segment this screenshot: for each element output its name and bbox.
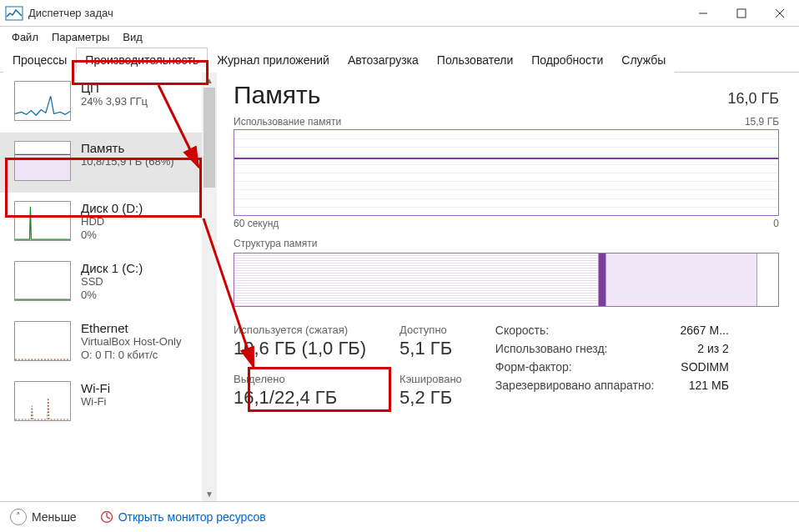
window-title: Диспетчер задач	[28, 7, 684, 19]
detail-total: 16,0 ГБ	[727, 90, 779, 108]
struct-seg-free	[757, 253, 778, 306]
sidebar-scrollbar[interactable]: ▲ ▼	[202, 73, 217, 501]
sidebar-item-cpu[interactable]: ЦП 24% 3,93 ГГц	[0, 73, 202, 133]
sidebar-item-sub2: 0%	[81, 289, 143, 302]
menubar: Файл Параметры Вид	[0, 27, 799, 47]
kv-list: Скорость: 2667 М... Использовано гнезд: …	[495, 324, 729, 409]
stat-used: Используется (сжатая) 10,6 ГБ (1,0 ГБ)	[234, 324, 366, 359]
struct-seg-used	[234, 253, 599, 306]
kv-speed: Скорость: 2667 М...	[495, 324, 729, 337]
struct-seg-modified	[599, 253, 606, 306]
close-button[interactable]	[761, 0, 799, 27]
tab-processes[interactable]: Процессы	[3, 48, 76, 73]
tab-startup[interactable]: Автозагрузка	[339, 48, 428, 73]
usage-label-right: 15,9 ГБ	[745, 116, 779, 128]
stat-available-label: Доступно	[400, 324, 462, 336]
detail-panel: Память 16,0 ГБ Использование памяти 15,9…	[217, 73, 799, 501]
wifi-thumb	[14, 381, 71, 421]
struct-seg-standby	[606, 253, 758, 306]
tab-users[interactable]: Пользователи	[428, 48, 522, 73]
maximize-button[interactable]	[722, 0, 761, 27]
usage-line	[234, 158, 778, 159]
usage-chart	[234, 129, 779, 216]
fewer-details-button[interactable]: ˄ Меньше	[10, 509, 77, 525]
stat-committed-label: Выделено	[234, 373, 366, 385]
stat-available: Доступно 5,1 ГБ	[400, 324, 462, 359]
tab-performance[interactable]: Производительность	[76, 48, 208, 73]
detail-title: Память	[234, 81, 321, 109]
cpu-thumb	[14, 81, 71, 121]
stat-cached-label: Кэшировано	[400, 373, 462, 385]
app-icon	[5, 4, 23, 23]
axis-left: 60 секунд	[234, 218, 279, 229]
sidebar-item-memory[interactable]: Память 10,8/15,9 ГБ (68%)	[0, 133, 202, 193]
sidebar-item-label: Диск 0 (D:)	[81, 201, 143, 215]
svg-rect-5	[15, 154, 70, 180]
stat-cached: Кэшировано 5,2 ГБ	[400, 373, 462, 409]
sidebar-item-sub2: О: 0 П: 0 кбит/с	[81, 349, 181, 362]
scroll-down-arrow[interactable]: ▼	[202, 486, 217, 501]
sidebar-item-sub: VirtualBox Host-Only	[81, 335, 181, 349]
stat-committed-value: 16,1/22,4 ГБ	[234, 387, 366, 409]
disk0-thumb	[14, 201, 71, 241]
titlebar: Диспетчер задач	[0, 0, 799, 27]
stat-cached-value: 5,2 ГБ	[400, 387, 462, 409]
sidebar-item-disk-0[interactable]: Диск 0 (D:) HDD 0%	[0, 193, 202, 253]
sidebar-item-sub: 24% 3,93 ГГц	[81, 95, 148, 108]
menu-options[interactable]: Параметры	[45, 29, 116, 45]
footer: ˄ Меньше Открыть монитор ресурсов	[0, 501, 799, 531]
memory-thumb	[14, 141, 71, 181]
sidebar-item-sub: Wi-Fi	[81, 395, 110, 409]
sidebar-item-label: ЦП	[81, 81, 148, 95]
tab-services[interactable]: Службы	[612, 48, 675, 73]
disk1-thumb	[14, 261, 71, 301]
struct-label: Структура памяти	[234, 238, 779, 249]
stat-used-label: Используется (сжатая)	[234, 324, 366, 336]
sidebar-item-sub: HDD	[81, 215, 143, 228]
stats: Используется (сжатая) 10,6 ГБ (1,0 ГБ) В…	[234, 324, 779, 409]
sidebar-item-label: Диск 1 (C:)	[81, 261, 143, 275]
kv-reserved: Зарезервировано аппаратно: 121 МБ	[495, 379, 729, 392]
scroll-thumb[interactable]	[204, 88, 215, 188]
sidebar: ЦП 24% 3,93 ГГц Память 10,8/15,9 ГБ (68%…	[0, 73, 217, 501]
sidebar-item-wifi[interactable]: Wi-Fi Wi-Fi	[0, 373, 202, 433]
scroll-up-arrow[interactable]: ▲	[202, 73, 217, 88]
svg-rect-2	[737, 9, 746, 18]
kv-form: Форм-фактор: SODIMM	[495, 360, 729, 374]
tab-details[interactable]: Подробности	[522, 48, 612, 73]
ethernet-thumb	[14, 321, 71, 361]
struct-chart	[234, 253, 779, 307]
sidebar-item-ethernet[interactable]: Ethernet VirtualBox Host-Only О: 0 П: 0 …	[0, 313, 202, 373]
svg-line-11	[107, 517, 110, 519]
open-resource-monitor-label: Открыть монитор ресурсов	[118, 510, 266, 524]
sidebar-item-sub: SSD	[81, 275, 143, 289]
sidebar-item-sub: 10,8/15,9 ГБ (68%)	[81, 155, 174, 168]
usage-label-left: Использование памяти	[234, 116, 341, 128]
menu-file[interactable]: Файл	[5, 29, 45, 45]
fewer-details-label: Меньше	[32, 510, 77, 524]
open-resource-monitor-link[interactable]: Открыть монитор ресурсов	[100, 510, 266, 524]
stat-committed: Выделено 16,1/22,4 ГБ	[234, 373, 366, 409]
tab-app-history[interactable]: Журнал приложений	[208, 48, 339, 73]
axis-right: 0	[773, 218, 779, 229]
chevron-up-icon: ˄	[10, 509, 27, 525]
window-controls	[684, 0, 799, 27]
sidebar-item-label: Память	[81, 141, 174, 155]
minimize-button[interactable]	[684, 0, 722, 27]
sidebar-item-label: Wi-Fi	[81, 381, 110, 395]
tabs: Процессы Производительность Журнал прило…	[0, 47, 799, 73]
stat-used-value: 10,6 ГБ (1,0 ГБ)	[234, 338, 366, 359]
sidebar-item-label: Ethernet	[81, 321, 181, 335]
kv-slots: Использовано гнезд: 2 из 2	[495, 342, 729, 355]
menu-view[interactable]: Вид	[116, 29, 149, 45]
content: ЦП 24% 3,93 ГГц Память 10,8/15,9 ГБ (68%…	[0, 73, 799, 501]
monitor-icon	[100, 510, 113, 524]
stat-available-value: 5,1 ГБ	[400, 338, 462, 359]
sidebar-item-disk-1[interactable]: Диск 1 (C:) SSD 0%	[0, 253, 202, 313]
sidebar-item-sub2: 0%	[81, 228, 143, 242]
